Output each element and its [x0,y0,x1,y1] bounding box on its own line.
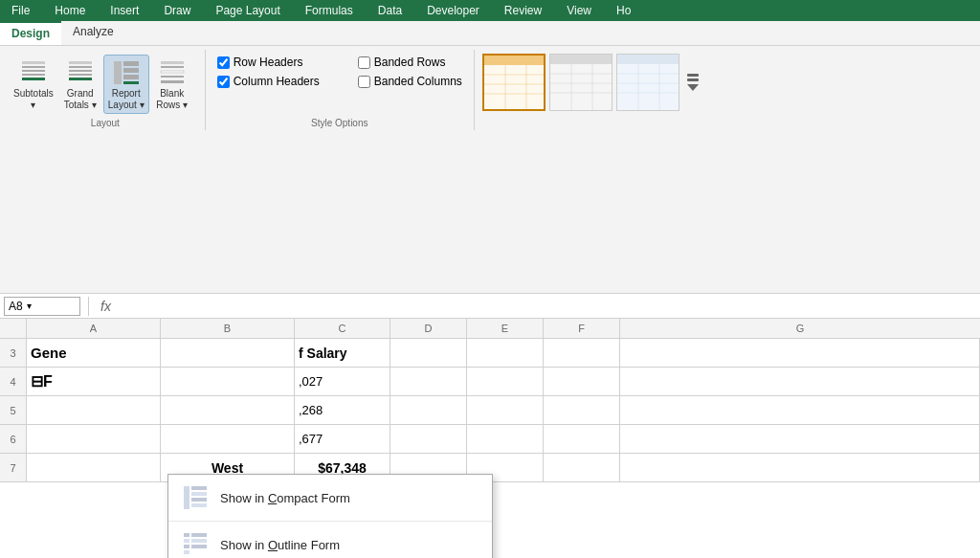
grand-totals-button[interactable]: GrandTotals ▾ [59,56,101,113]
svg-rect-49 [191,539,207,543]
cell-e3[interactable] [467,339,544,368]
grand-totals-label: GrandTotals ▾ [64,88,97,111]
svg-rect-3 [22,74,45,76]
table-row: 4 ⊟ F ,027 [0,368,980,396]
cell-f6[interactable] [544,425,620,454]
cell-a6[interactable] [27,425,161,454]
menu-more[interactable]: Ho [612,2,635,19]
cell-d4[interactable] [390,368,467,396]
cell-g4[interactable] [620,368,980,396]
compact-form-icon [182,484,209,511]
banded-columns-label: Banded Columns [374,75,462,88]
outline-form-label: Show in Outline Form [220,538,340,552]
report-layout-button[interactable]: ReportLayout ▾ [103,55,149,114]
svg-rect-19 [161,80,184,83]
table-row: 3 Gene f Salary [0,339,980,368]
cell-b6[interactable] [161,425,295,454]
cell-a3[interactable]: Gene [27,339,161,368]
subtotals-label: Subtotals▾ [13,88,54,111]
col-header-d[interactable]: D [390,319,467,338]
cell-e5[interactable] [467,396,544,425]
col-header-b[interactable]: B [161,319,295,338]
style-swatch-3[interactable] [616,54,679,111]
blank-rows-button[interactable]: BlankRows ▾ [151,56,193,113]
svg-rect-8 [69,74,92,76]
cell-f3[interactable] [544,339,620,368]
col-header-g[interactable]: G [620,319,980,338]
cell-b5[interactable] [161,396,295,425]
cell-c6[interactable]: ,677 [295,425,390,454]
name-box-arrow[interactable]: ▾ [27,301,32,311]
row-num-5: 5 [0,396,27,425]
svg-rect-0 [22,61,45,64]
blank-rows-icon [157,57,188,88]
cell-a7[interactable] [27,454,161,482]
cell-c4[interactable]: ,027 [295,368,390,396]
menu-page-layout[interactable]: Page Layout [212,2,283,19]
cell-f7[interactable] [544,454,620,482]
cell-f4[interactable] [544,368,620,396]
cell-e4[interactable] [467,368,544,396]
svg-rect-34 [617,55,679,64]
menu-draw[interactable]: Draw [160,2,194,19]
gallery-more-button[interactable] [683,70,702,95]
cell-g5[interactable] [620,396,980,425]
report-layout-dropdown: Show in Compact Form Show in Outline For [167,474,493,558]
svg-rect-13 [123,75,139,79]
col-header-f[interactable]: F [544,319,620,338]
row-num-3: 3 [0,339,27,368]
menu-developer[interactable]: Developer [423,2,483,19]
cell-c5[interactable]: ,268 [295,396,390,425]
menu-file[interactable]: File [8,2,33,19]
banded-columns-checkbox-label[interactable]: Banded Columns [358,75,462,88]
tab-analyze[interactable]: Analyze [61,21,125,45]
cell-a4[interactable]: ⊟ F [27,368,161,396]
svg-rect-11 [123,61,139,66]
svg-rect-28 [550,64,612,111]
cell-a5[interactable] [27,396,161,425]
tab-design[interactable]: Design [0,21,61,45]
cell-b3[interactable] [161,339,295,368]
menu-review[interactable]: Review [501,2,546,19]
menu-view[interactable]: View [563,2,595,19]
corner-cell [0,319,27,338]
col-header-a[interactable]: A [27,319,161,338]
cell-e6[interactable] [467,425,544,454]
column-headers-checkbox[interactable] [217,76,230,88]
banded-rows-checkbox-label[interactable]: Banded Rows [358,56,462,69]
style-swatch-1[interactable] [482,54,546,111]
svg-rect-47 [184,533,189,537]
cell-g6[interactable] [620,425,980,454]
sheet-wrapper: A B C D E F G 3 Gene f Salary 4 ⊟ F ,027 [0,319,980,558]
row-headers-checkbox-label[interactable]: Row Headers [217,56,320,69]
style-swatch-2[interactable] [549,54,612,111]
subtotals-button[interactable]: Subtotals▾ [10,56,57,113]
outline-form-item[interactable]: Show in Outline Form [168,522,492,558]
banded-columns-checkbox[interactable] [358,76,370,88]
cell-d5[interactable] [390,396,467,425]
banded-rows-checkbox[interactable] [358,56,370,69]
column-headers-checkbox-label[interactable]: Column Headers [217,75,320,88]
svg-rect-7 [69,70,92,72]
menu-formulas[interactable]: Formulas [301,2,357,19]
menu-insert[interactable]: Insert [106,2,143,19]
cell-c3[interactable]: f Salary [295,339,390,368]
cell-g7[interactable] [620,454,980,482]
menu-home[interactable]: Home [51,2,89,19]
cell-d6[interactable] [390,425,467,454]
col-header-e[interactable]: E [467,319,544,338]
compact-form-item[interactable]: Show in Compact Form [168,475,492,522]
row-headers-label: Row Headers [234,56,303,69]
row-headers-checkbox[interactable] [217,56,230,69]
cell-d3[interactable] [390,339,467,368]
menu-data[interactable]: Data [374,2,406,19]
row-num-7: 7 [0,454,27,482]
name-box[interactable]: A8 ▾ [4,297,80,316]
col-header-c[interactable]: C [295,319,390,338]
svg-rect-51 [191,545,207,548]
svg-rect-16 [161,66,184,68]
row-num-6: 6 [0,425,27,454]
cell-g3[interactable] [620,339,980,368]
cell-b4[interactable] [161,368,295,396]
cell-f5[interactable] [544,396,620,425]
